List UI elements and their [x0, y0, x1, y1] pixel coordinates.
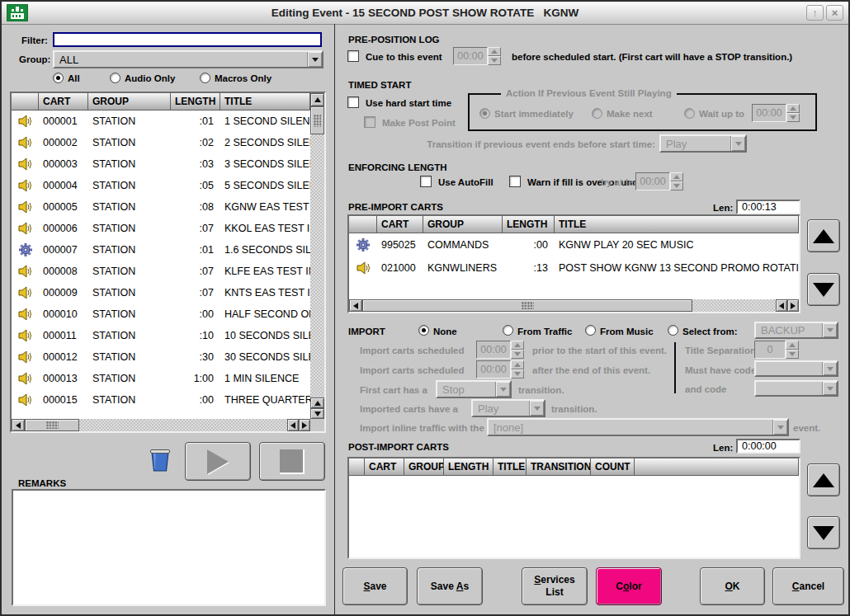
- column-header-length[interactable]: LENGTH: [503, 216, 555, 233]
- preimport-move-up-button[interactable]: [807, 219, 840, 252]
- title-separation-spinbox: 0: [754, 341, 799, 359]
- vertical-scroll-thumb[interactable]: [310, 106, 324, 134]
- radio-import-music[interactable]: [585, 325, 596, 336]
- preimport-table: CARTGROUPLENGTHTITLE 995025COMMANDS:00KG…: [347, 214, 800, 313]
- spin-up-icon: [511, 360, 524, 369]
- column-header[interactable]: [349, 458, 365, 476]
- postimport-len-field[interactable]: 0:00:00: [736, 439, 800, 454]
- speaker-icon: [12, 329, 39, 342]
- horizontal-scroll-track[interactable]: [692, 299, 776, 312]
- filter-input[interactable]: [53, 32, 322, 47]
- table-row[interactable]: 000001STATION:011 SECOND SILEN: [12, 111, 310, 132]
- column-header-title[interactable]: TITLE: [220, 93, 310, 111]
- column-header-transition[interactable]: TRANSITION: [527, 458, 591, 476]
- table-row[interactable]: 000006STATION:07KKOL EAS TEST IN: [12, 218, 310, 239]
- postimport-move-up-button[interactable]: [807, 463, 840, 496]
- autofill-checkbox[interactable]: [420, 176, 432, 187]
- table-row[interactable]: 000015STATION:00THREE QUARTER: [12, 389, 310, 411]
- remarks-textarea[interactable]: [12, 489, 326, 606]
- import-divider: [674, 342, 676, 393]
- horizontal-scroll-track[interactable]: [79, 419, 287, 431]
- save-button[interactable]: Save: [342, 567, 408, 605]
- library-vertical-scrollbar[interactable]: [310, 93, 324, 419]
- radio-import-traffic[interactable]: [503, 325, 513, 336]
- warn-fill-checkbox[interactable]: [509, 176, 521, 187]
- table-row[interactable]: 000009STATION:07KNTS EAS TEST IN: [12, 282, 310, 303]
- scroll-right-icon[interactable]: [299, 419, 310, 431]
- library-horizontal-scrollbar[interactable]: [12, 419, 310, 431]
- table-row[interactable]: 000012STATION:3030 SECONDS SILE: [12, 346, 310, 368]
- horizontal-scroll-thumb[interactable]: [25, 419, 79, 431]
- scroll-up-icon[interactable]: [310, 397, 324, 408]
- scroll-right-icon[interactable]: [787, 299, 799, 312]
- column-header-count[interactable]: COUNT: [591, 458, 635, 476]
- ok-button[interactable]: OK: [700, 567, 765, 605]
- save-button-label: Save: [363, 581, 386, 593]
- chevron-down-icon: [822, 382, 837, 395]
- group-select[interactable]: ALL: [53, 50, 323, 68]
- first-cart-transition-select: Stop: [436, 380, 512, 398]
- radio-audio-only[interactable]: [110, 73, 120, 83]
- hard-start-checkbox[interactable]: [347, 96, 359, 108]
- radio-all[interactable]: [53, 73, 64, 83]
- column-header-group[interactable]: GROUP: [423, 216, 503, 233]
- column-header[interactable]: [12, 93, 39, 111]
- cell-length: :01: [171, 115, 220, 127]
- preimport-horizontal-scrollbar[interactable]: [349, 299, 799, 312]
- column-header-cart[interactable]: CART: [39, 93, 88, 111]
- title-separation-value: 0: [754, 341, 786, 359]
- timed-start-section-label: TIMED START: [348, 80, 411, 90]
- column-header-cart[interactable]: CART: [365, 458, 404, 476]
- color-button[interactable]: Color: [596, 567, 662, 605]
- table-row[interactable]: 021000KGNWLINERS:13POST SHOW KGNW 13 SEC…: [349, 256, 799, 280]
- title-bar[interactable]: Editing Event - 15 SECOND POST SHOW ROTA…: [2, 2, 848, 25]
- close-button[interactable]: ×: [826, 5, 843, 21]
- trash-icon[interactable]: [149, 446, 172, 476]
- table-row[interactable]: 000005STATION:08KGNW EAS TEST: [12, 196, 310, 218]
- must-have-code-label: Must have code: [685, 365, 756, 375]
- preimport-len-field[interactable]: 0:00:13: [736, 200, 800, 214]
- table-row[interactable]: 000002STATION:022 SECONDS SILEN: [12, 132, 310, 153]
- table-row[interactable]: 000008STATION:07KLFE EAS TEST IN: [12, 261, 310, 282]
- table-row[interactable]: 000011STATION:1010 SECONDS SILE: [12, 325, 310, 346]
- radio-import-none[interactable]: [418, 325, 429, 336]
- column-header[interactable]: [349, 216, 377, 233]
- scroll-left-icon[interactable]: [12, 419, 25, 431]
- cell-length: :00: [171, 394, 220, 406]
- scroll-up-icon[interactable]: [310, 93, 324, 106]
- restore-button[interactable]: ↑: [806, 5, 824, 21]
- column-header-group[interactable]: GROUP: [404, 458, 444, 476]
- table-row[interactable]: 000003STATION:033 SECONDS SILEN: [12, 153, 310, 175]
- cell-group: STATION: [88, 244, 171, 256]
- radio-wait-up-to: [684, 108, 695, 119]
- scroll-left-icon[interactable]: [287, 419, 299, 431]
- radio-import-select-from[interactable]: [668, 325, 678, 336]
- radio-audio-only-label: Audio Only: [125, 73, 175, 83]
- table-row[interactable]: 995025COMMANDS:00KGNW PLAY 20 SEC MUSIC: [349, 233, 799, 256]
- cue-to-event-checkbox[interactable]: [347, 50, 359, 62]
- scroll-down-icon[interactable]: [310, 408, 324, 419]
- column-header-length[interactable]: LENGTH: [444, 458, 493, 476]
- cancel-button[interactable]: Cancel: [772, 567, 844, 605]
- radio-macros-only[interactable]: [200, 73, 210, 83]
- column-header-title[interactable]: TITLE: [555, 216, 799, 233]
- table-row[interactable]: 000010STATION:00HALF SECOND OF: [12, 303, 310, 325]
- services-list-button[interactable]: Services List: [522, 567, 588, 605]
- preimport-move-down-button[interactable]: [807, 273, 840, 306]
- save-as-button[interactable]: Save As: [417, 567, 483, 605]
- postimport-move-down-button[interactable]: [807, 516, 840, 549]
- column-header-cart[interactable]: CART: [377, 216, 423, 233]
- up-arrow-icon: [813, 229, 834, 243]
- table-row[interactable]: 000004STATION:055 SECONDS SILEN: [12, 175, 310, 196]
- table-row[interactable]: 000013STATION1:001 MIN SILENCE: [12, 368, 310, 389]
- horizontal-scroll-thumb[interactable]: [362, 299, 692, 312]
- cell-group: STATION: [88, 180, 171, 191]
- vertical-scroll-track[interactable]: [310, 134, 324, 397]
- scroll-left-icon[interactable]: [349, 299, 362, 312]
- scroll-left-icon[interactable]: [776, 299, 787, 312]
- column-header[interactable]: [635, 458, 799, 476]
- column-header-title[interactable]: TITLE: [493, 458, 527, 476]
- column-header-length[interactable]: LENGTH: [171, 93, 220, 111]
- table-row[interactable]: 000007STATION:011.6 SECONDS SIL: [12, 239, 310, 261]
- column-header-group[interactable]: GROUP: [88, 93, 171, 111]
